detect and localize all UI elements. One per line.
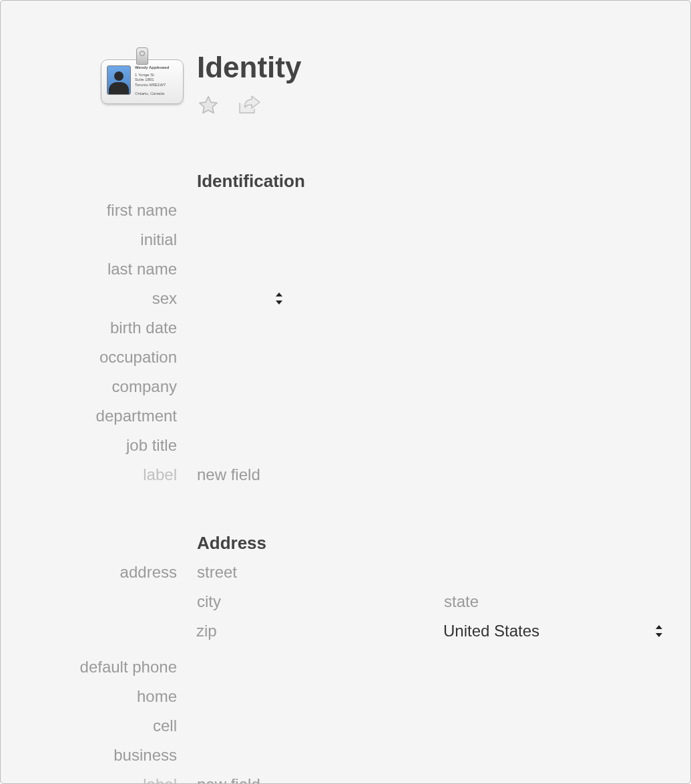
input-department[interactable] bbox=[197, 407, 664, 425]
input-city[interactable] bbox=[197, 592, 444, 611]
card-name: Wendy Appleseed bbox=[135, 65, 178, 71]
input-first-name[interactable] bbox=[197, 201, 664, 220]
label-initial: initial bbox=[34, 230, 197, 249]
section-title-address: Address bbox=[197, 533, 266, 554]
input-initial[interactable] bbox=[197, 230, 664, 249]
input-occupation[interactable] bbox=[197, 348, 664, 367]
input-new-phone[interactable] bbox=[197, 775, 664, 784]
input-birth-date[interactable] bbox=[197, 319, 664, 337]
label-address: address bbox=[34, 563, 197, 582]
select-country-value: United States bbox=[443, 622, 539, 640]
section-address: Address address United States bbox=[34, 528, 690, 784]
label-sex: sex bbox=[34, 289, 197, 308]
stepper-icon bbox=[654, 625, 664, 637]
section-identification: Identification first name initial last n… bbox=[34, 166, 690, 489]
select-sex[interactable] bbox=[197, 292, 284, 305]
label-department: department bbox=[34, 407, 197, 425]
identity-card-icon: Wendy Appleseed 1 Yonge St Suite 1801 To… bbox=[101, 47, 184, 104]
page-title[interactable]: Identity bbox=[197, 53, 690, 82]
stepper-icon bbox=[274, 292, 284, 305]
input-street[interactable] bbox=[197, 563, 664, 582]
label-new-ident[interactable]: label bbox=[34, 465, 197, 484]
select-country[interactable]: United States bbox=[443, 622, 664, 640]
input-last-name[interactable] bbox=[197, 260, 664, 278]
card-line4: Ontario, Canada bbox=[135, 91, 178, 97]
card-line2: Suite 1801 bbox=[135, 77, 178, 83]
card-line1: 1 Yonge St bbox=[135, 73, 178, 78]
section-title-identification: Identification bbox=[197, 171, 305, 192]
label-default-phone: default phone bbox=[34, 658, 197, 676]
label-job-title: job title bbox=[34, 436, 197, 455]
input-job-title[interactable] bbox=[197, 436, 664, 455]
input-company[interactable] bbox=[197, 377, 664, 396]
header: Wendy Appleseed 1 Yonge St Suite 1801 To… bbox=[34, 47, 690, 120]
share-icon[interactable] bbox=[237, 95, 261, 118]
input-zip[interactable] bbox=[196, 622, 443, 640]
input-state[interactable] bbox=[444, 592, 664, 611]
label-company: company bbox=[34, 377, 197, 396]
input-business-phone[interactable] bbox=[197, 746, 664, 765]
label-new-phone[interactable]: label bbox=[34, 775, 197, 784]
input-new-ident[interactable] bbox=[197, 465, 664, 484]
label-birth-date: birth date bbox=[34, 319, 197, 337]
label-occupation: occupation bbox=[34, 348, 197, 367]
label-last-name: last name bbox=[34, 260, 197, 278]
input-cell-phone[interactable] bbox=[197, 717, 664, 735]
input-home-phone[interactable] bbox=[197, 687, 664, 706]
input-default-phone[interactable] bbox=[197, 658, 664, 676]
label-home-phone: home bbox=[34, 687, 197, 706]
favorite-star-icon[interactable] bbox=[197, 94, 220, 120]
label-first-name: first name bbox=[34, 201, 197, 220]
label-cell-phone: cell bbox=[34, 717, 197, 735]
card-line3: Toronto M5E1W7 bbox=[135, 83, 178, 88]
label-business-phone: business bbox=[34, 746, 197, 765]
